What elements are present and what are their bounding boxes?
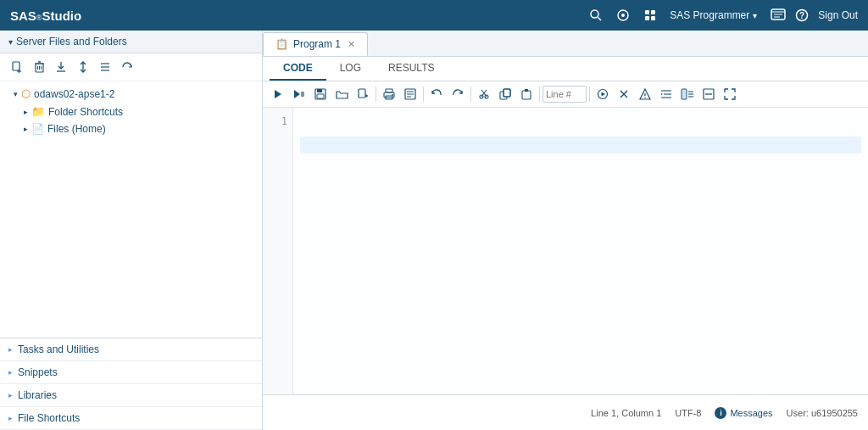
- tree-item-files-home[interactable]: ▸ 📄 Files (Home): [0, 120, 262, 137]
- root-label: odaws02-apse1-2: [34, 88, 114, 100]
- status-messages[interactable]: i Messages: [715, 407, 772, 419]
- user-label: SAS Programmer: [670, 9, 749, 21]
- tasks-arrow-icon: ▸: [8, 345, 13, 354]
- program1-tab[interactable]: 📋 Program 1 ✕: [263, 32, 368, 56]
- run-options-button[interactable]: [289, 84, 309, 104]
- tab-bar: 📋 Program 1 ✕: [263, 31, 868, 57]
- tree-item-root[interactable]: ▾ ⬡ odaws02-apse1-2: [0, 85, 262, 103]
- line-number-input[interactable]: [542, 86, 587, 103]
- app-logo: SAS® Studio: [10, 8, 81, 23]
- collapse-all-button[interactable]: [698, 84, 719, 104]
- grid-icon[interactable]: [641, 6, 659, 25]
- sidebar-toolbar: [0, 53, 262, 81]
- status-position: Line 1, Column 1: [591, 408, 661, 418]
- redo-button[interactable]: [448, 84, 468, 104]
- libraries-label: Libraries: [18, 389, 57, 401]
- svg-rect-7: [651, 16, 655, 20]
- server-icon: ⬡: [21, 87, 31, 100]
- open-file-button[interactable]: [331, 84, 352, 104]
- svg-rect-67: [682, 89, 687, 99]
- paste-button[interactable]: [516, 84, 537, 104]
- file-shortcuts-arrow-icon: ▸: [8, 414, 13, 422]
- undo-button[interactable]: [426, 84, 447, 104]
- svg-point-0: [591, 10, 598, 18]
- cut-button[interactable]: [474, 84, 494, 104]
- move-button[interactable]: [73, 57, 93, 77]
- libraries-item[interactable]: ▸ Libraries: [0, 384, 262, 407]
- svg-rect-37: [359, 89, 365, 98]
- code-editor: 1: [263, 108, 868, 394]
- delete-button[interactable]: [29, 57, 49, 77]
- svg-point-3: [621, 14, 625, 17]
- list-view-button[interactable]: [95, 57, 115, 77]
- home-icon[interactable]: [614, 6, 632, 25]
- status-encoding: UTF-8: [675, 408, 701, 418]
- svg-marker-29: [275, 90, 281, 98]
- svg-marker-58: [602, 92, 606, 97]
- code-textarea[interactable]: [293, 108, 868, 394]
- svg-rect-6: [645, 16, 649, 20]
- app-title-studio: Studio: [42, 8, 81, 23]
- app-title-super: ®: [36, 14, 42, 22]
- svg-rect-40: [386, 89, 392, 92]
- file-shortcuts-label: File Shortcuts: [18, 412, 80, 424]
- refresh-button[interactable]: [117, 57, 137, 77]
- files-home-label: Files (Home): [47, 123, 106, 135]
- help-icon[interactable]: ?: [793, 6, 811, 25]
- sep2: [423, 87, 424, 102]
- svg-point-43: [392, 94, 393, 96]
- file-icon: 📄: [31, 123, 44, 135]
- new-program-button[interactable]: [353, 84, 373, 104]
- stop-button[interactable]: [614, 84, 634, 104]
- status-user: User: u61950255: [787, 408, 858, 418]
- tab-close-button[interactable]: ✕: [348, 39, 355, 50]
- save-file-button[interactable]: [310, 84, 331, 104]
- file-shortcuts-item[interactable]: ▸ File Shortcuts: [0, 407, 262, 430]
- folder-expand-icon: ▸: [24, 108, 28, 116]
- tree-item-folder-shortcuts[interactable]: ▸ 📁 Folder Shortcuts: [0, 103, 262, 120]
- user-menu[interactable]: SAS Programmer: [670, 9, 757, 21]
- print-button[interactable]: [379, 84, 399, 104]
- sidebar-section-header: ▾ Server Files and Folders: [0, 31, 262, 53]
- check-syntax-button[interactable]: [635, 84, 655, 104]
- user-menu-chevron: [753, 9, 757, 21]
- cursor-line: [300, 137, 861, 154]
- copy-button[interactable]: [495, 84, 515, 104]
- sidebar-bottom: ▸ Tasks and Utilities ▸ Snippets ▸ Libra…: [0, 338, 262, 430]
- log-tab[interactable]: LOG: [326, 57, 375, 81]
- sep4: [539, 87, 540, 102]
- sidebar-section-label: Server Files and Folders: [16, 36, 127, 47]
- indent-button[interactable]: [656, 84, 676, 104]
- code-tab[interactable]: CODE: [270, 57, 326, 81]
- signout-button[interactable]: Sign Out: [818, 9, 858, 21]
- svg-rect-14: [13, 62, 19, 70]
- sidebar-tree: ▾ ⬡ odaws02-apse1-2 ▸ 📁 Folder Shortcuts…: [0, 81, 262, 338]
- download-button[interactable]: [51, 57, 71, 77]
- new-file-button[interactable]: [7, 57, 27, 77]
- svg-point-63: [644, 97, 646, 98]
- outdent-button[interactable]: [677, 84, 698, 104]
- editor-tabs: CODE LOG RESULTS: [263, 57, 868, 81]
- messages-icon[interactable]: [769, 6, 787, 25]
- svg-rect-55: [522, 91, 531, 99]
- search-icon[interactable]: [587, 6, 605, 25]
- snippets-item[interactable]: ▸ Snippets: [0, 361, 262, 384]
- status-bar: Line 1, Column 1 UTF-8 i Messages User: …: [263, 394, 868, 430]
- folder-shortcuts-label: Folder Shortcuts: [48, 106, 123, 118]
- app-title: SAS: [10, 8, 36, 23]
- info-icon: i: [715, 407, 726, 419]
- svg-rect-53: [504, 89, 510, 97]
- expand-all-button[interactable]: [720, 84, 740, 104]
- results-tab[interactable]: RESULTS: [375, 57, 448, 81]
- tasks-utilities-item[interactable]: ▸ Tasks and Utilities: [0, 338, 262, 361]
- content-area: 📋 Program 1 ✕ CODE LOG RESULTS: [263, 31, 868, 430]
- line-1-number: 1: [263, 113, 292, 130]
- run-from-cursor-button[interactable]: [593, 84, 613, 104]
- sep1: [376, 87, 376, 102]
- run-code-button[interactable]: [268, 84, 288, 104]
- main-layout: ▾ Server Files and Folders: [0, 31, 868, 430]
- line-numbers: 1: [263, 108, 293, 394]
- file-expand-icon: ▸: [24, 125, 28, 133]
- messages-label: Messages: [730, 408, 772, 418]
- format-button[interactable]: [400, 84, 420, 104]
